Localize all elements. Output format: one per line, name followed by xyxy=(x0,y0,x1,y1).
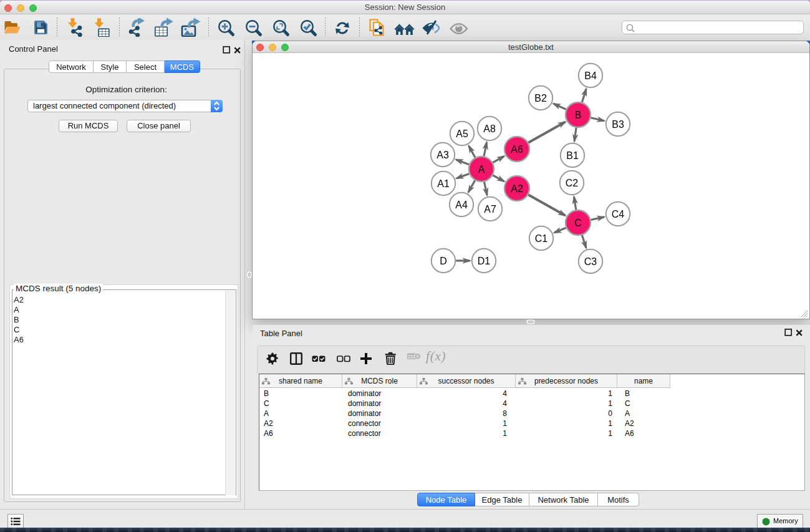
svg-text:D1: D1 xyxy=(478,256,491,266)
svg-text:C3: C3 xyxy=(584,256,597,267)
svg-text:D: D xyxy=(440,256,447,266)
svg-text:C1: C1 xyxy=(535,233,548,244)
svg-text:B1: B1 xyxy=(566,150,579,161)
svg-text:f(x): f(x) xyxy=(426,349,446,364)
svg-text:B2: B2 xyxy=(534,93,547,104)
svg-text:B3: B3 xyxy=(612,119,624,130)
svg-text:A2: A2 xyxy=(511,183,523,194)
svg-text:A4: A4 xyxy=(455,200,468,210)
svg-text:B: B xyxy=(575,110,582,120)
svg-text:A6: A6 xyxy=(511,144,523,155)
svg-text:A7: A7 xyxy=(484,204,496,215)
svg-text:A5: A5 xyxy=(456,128,468,139)
svg-text:A: A xyxy=(478,164,485,175)
svg-text:C: C xyxy=(574,218,582,228)
svg-text:A3: A3 xyxy=(436,150,449,160)
svg-text:C4: C4 xyxy=(612,209,625,220)
svg-text:A8: A8 xyxy=(483,123,496,134)
svg-text:B4: B4 xyxy=(584,70,597,81)
svg-text:A1: A1 xyxy=(437,178,450,189)
svg-text:C2: C2 xyxy=(566,178,579,188)
